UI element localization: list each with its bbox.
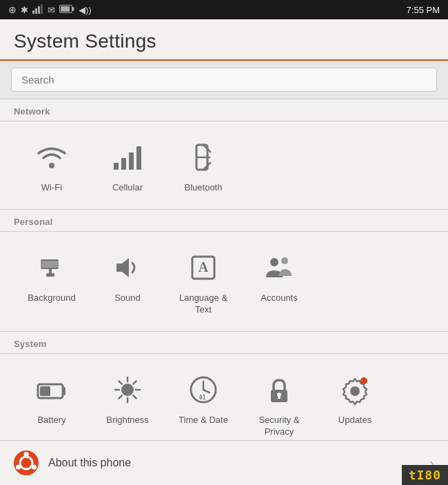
language-icon: A xyxy=(183,247,224,288)
brightness-label: Brightness xyxy=(106,415,148,426)
cellular-label: Cellular xyxy=(112,182,143,194)
sidebar-item-cellular[interactable]: Cellular xyxy=(90,132,165,198)
status-bar-left: ⊕ ✱ ✉ ◀)) xyxy=(8,4,398,16)
sections-wrapper: Network Wi-Fi xyxy=(0,61,448,482)
sound-icon xyxy=(107,247,148,288)
updates-label: Updates xyxy=(338,415,371,426)
wifi-icon xyxy=(31,137,72,178)
svg-rect-18 xyxy=(49,268,52,274)
personal-grid: Background Sound A xyxy=(0,232,448,331)
svg-point-50 xyxy=(16,465,21,470)
search-input[interactable] xyxy=(11,68,437,92)
svg-rect-27 xyxy=(63,387,65,395)
accounts-label: Accounts xyxy=(261,293,297,304)
svg-rect-43 xyxy=(278,395,281,399)
svg-rect-2 xyxy=(38,6,40,14)
svg-marker-20 xyxy=(116,258,129,277)
svg-rect-8 xyxy=(114,163,119,170)
status-bar: ⊕ ✱ ✉ ◀)) 7:55 PM xyxy=(0,0,448,19)
system-grid: Battery Brightness xyxy=(0,354,448,453)
signal-status-icon xyxy=(32,4,43,16)
svg-text:01: 01 xyxy=(199,395,206,401)
sidebar-item-bluetooth[interactable]: Bluetooth xyxy=(165,132,241,198)
svg-line-39 xyxy=(203,390,210,393)
battery-status-icon xyxy=(59,5,74,15)
security-icon xyxy=(258,369,300,410)
svg-rect-26 xyxy=(40,386,50,396)
sidebar-item-wifi[interactable]: Wi-Fi xyxy=(14,132,90,198)
section-header-system: System xyxy=(0,332,448,353)
sidebar-item-language[interactable]: A Language &Text xyxy=(165,243,241,320)
security-label: Security &Privacy xyxy=(258,415,299,438)
svg-rect-5 xyxy=(61,6,70,12)
svg-point-23 xyxy=(270,258,278,266)
svg-rect-1 xyxy=(35,8,37,14)
volume-status-icon: ◀)) xyxy=(79,5,92,15)
bluetooth-icon xyxy=(183,137,224,178)
timedate-label: Time & Date xyxy=(179,415,228,426)
svg-point-7 xyxy=(49,163,54,168)
svg-text:A: A xyxy=(198,259,209,275)
battery-label: Battery xyxy=(37,415,65,426)
bluetooth-label: Bluetooth xyxy=(185,182,223,194)
about-label: About this phone xyxy=(48,457,429,469)
section-header-network: Network xyxy=(0,99,448,121)
svg-point-24 xyxy=(281,257,288,264)
search-container xyxy=(0,61,448,99)
header: System Settings xyxy=(0,19,448,61)
sidebar-item-security[interactable]: Security &Privacy xyxy=(241,365,317,442)
sound-label: Sound xyxy=(114,293,141,304)
svg-line-36 xyxy=(119,395,122,398)
svg-rect-9 xyxy=(121,158,126,170)
updates-icon xyxy=(334,369,376,410)
sidebar-item-brightness[interactable]: Brightness xyxy=(90,365,165,430)
target-icon: ⊕ xyxy=(8,4,17,15)
section-header-personal: Personal xyxy=(0,210,448,231)
svg-point-49 xyxy=(32,465,37,470)
svg-point-48 xyxy=(24,452,29,457)
background-label: Background xyxy=(28,293,75,304)
network-grid: Wi-Fi Cellular xyxy=(0,121,448,209)
status-time: 7:55 PM xyxy=(407,5,440,15)
svg-point-45 xyxy=(360,377,367,384)
cellular-icon xyxy=(107,137,148,178)
wifi-label: Wi-Fi xyxy=(41,182,62,194)
watermark: tI80 xyxy=(402,465,448,485)
svg-rect-10 xyxy=(129,152,134,170)
sidebar-item-updates[interactable]: Updates xyxy=(317,365,393,430)
ubuntu-icon xyxy=(14,451,39,475)
bluetooth-status-icon: ✱ xyxy=(21,5,28,15)
svg-point-28 xyxy=(121,384,134,396)
svg-rect-6 xyxy=(72,7,74,11)
svg-line-35 xyxy=(133,381,136,384)
background-icon xyxy=(31,247,72,288)
svg-point-44 xyxy=(350,386,360,396)
sidebar-item-accounts[interactable]: Accounts xyxy=(241,243,317,308)
brightness-icon xyxy=(107,369,148,410)
svg-rect-11 xyxy=(136,146,141,170)
svg-line-34 xyxy=(133,395,136,398)
svg-rect-17 xyxy=(41,261,59,268)
sidebar-item-sound[interactable]: Sound xyxy=(90,243,165,308)
mail-status-icon: ✉ xyxy=(48,5,55,15)
language-label: Language &Text xyxy=(179,293,227,316)
main-content: Network Wi-Fi xyxy=(0,61,448,482)
timedate-icon: 01 xyxy=(183,369,224,410)
svg-rect-0 xyxy=(32,10,34,14)
sidebar-item-timedate[interactable]: 01 Time & Date xyxy=(165,365,241,430)
svg-rect-19 xyxy=(46,273,54,277)
accounts-icon xyxy=(258,247,300,288)
svg-line-33 xyxy=(119,381,122,384)
page-title: System Settings xyxy=(14,30,434,52)
sidebar-item-battery[interactable]: Battery xyxy=(14,365,90,430)
battery-icon xyxy=(31,369,72,410)
about-phone-row[interactable]: About this phone › xyxy=(0,440,448,485)
sidebar-item-background[interactable]: Background xyxy=(14,243,90,308)
svg-rect-3 xyxy=(41,4,43,14)
